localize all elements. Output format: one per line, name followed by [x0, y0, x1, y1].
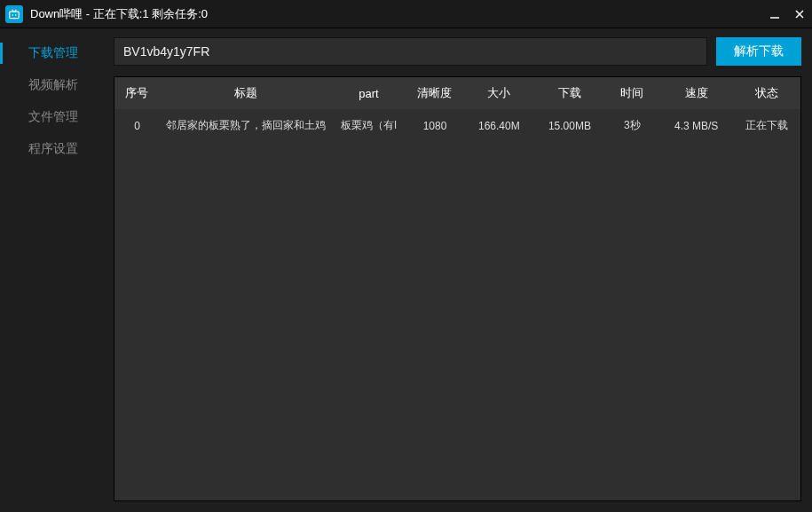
window-title: Down哔哩 - 正在下载:1 剩余任务:0: [30, 6, 762, 22]
minimize-button[interactable]: [762, 0, 787, 28]
header-time: 时间: [605, 77, 659, 109]
cell-quality: 1080: [406, 109, 463, 142]
sidebar: 下载管理 视频解析 文件管理 程序设置: [0, 28, 106, 512]
table-row[interactable]: 0 邻居家的板栗熟了，摘回家和土鸡 板栗鸡（有l 1080 166.40M 15…: [114, 109, 800, 142]
url-input[interactable]: [114, 37, 707, 66]
titlebar: Down哔哩 - 正在下载:1 剩余任务:0: [0, 0, 812, 28]
table-header-row: 序号 标题 part 清晰度 大小 下载 时间 速度 状态: [114, 77, 800, 109]
header-status: 状态: [733, 77, 800, 109]
content-area: 解析下载 序号 标题 part 清晰度 大小 下载 时间 速度 状态: [106, 28, 812, 512]
sidebar-item-label: 视频解析: [28, 77, 78, 93]
sidebar-item-file-manager[interactable]: 文件管理: [0, 101, 106, 133]
cell-status: 正在下载: [733, 109, 800, 142]
header-part: part: [332, 77, 406, 109]
sidebar-item-label: 文件管理: [28, 109, 78, 125]
cell-title: 邻居家的板栗熟了，摘回家和土鸡: [160, 109, 332, 142]
header-quality: 清晰度: [406, 77, 463, 109]
window-controls: [762, 0, 812, 28]
cell-speed: 4.3 MB/S: [659, 109, 734, 142]
sidebar-item-settings[interactable]: 程序设置: [0, 133, 106, 165]
sidebar-item-label: 程序设置: [28, 141, 78, 157]
sidebar-item-download-manager[interactable]: 下载管理: [0, 37, 106, 69]
header-speed: 速度: [659, 77, 734, 109]
parse-download-button[interactable]: 解析下载: [716, 37, 801, 66]
sidebar-item-label: 下载管理: [28, 45, 78, 61]
cell-downloaded: 15.00MB: [534, 109, 605, 142]
header-size: 大小: [464, 77, 535, 109]
cell-part: 板栗鸡（有l: [332, 109, 406, 142]
close-button[interactable]: [787, 0, 812, 28]
cell-time: 3秒: [605, 109, 659, 142]
svg-rect-0: [10, 12, 20, 19]
cell-index: 0: [114, 109, 160, 142]
app-icon: [5, 5, 23, 23]
download-table: 序号 标题 part 清晰度 大小 下载 时间 速度 状态 0 邻居家的板栗熟了: [114, 77, 800, 142]
cell-size: 166.40M: [464, 109, 535, 142]
header-title: 标题: [160, 77, 332, 109]
sidebar-item-video-parse[interactable]: 视频解析: [0, 69, 106, 101]
search-bar: 解析下载: [114, 37, 801, 66]
header-index: 序号: [114, 77, 160, 109]
main-area: 下载管理 视频解析 文件管理 程序设置 解析下载 序号 标题 part: [0, 28, 812, 512]
download-table-area: 序号 标题 part 清晰度 大小 下载 时间 速度 状态 0 邻居家的板栗熟了: [114, 76, 801, 501]
header-downloaded: 下载: [534, 77, 605, 109]
